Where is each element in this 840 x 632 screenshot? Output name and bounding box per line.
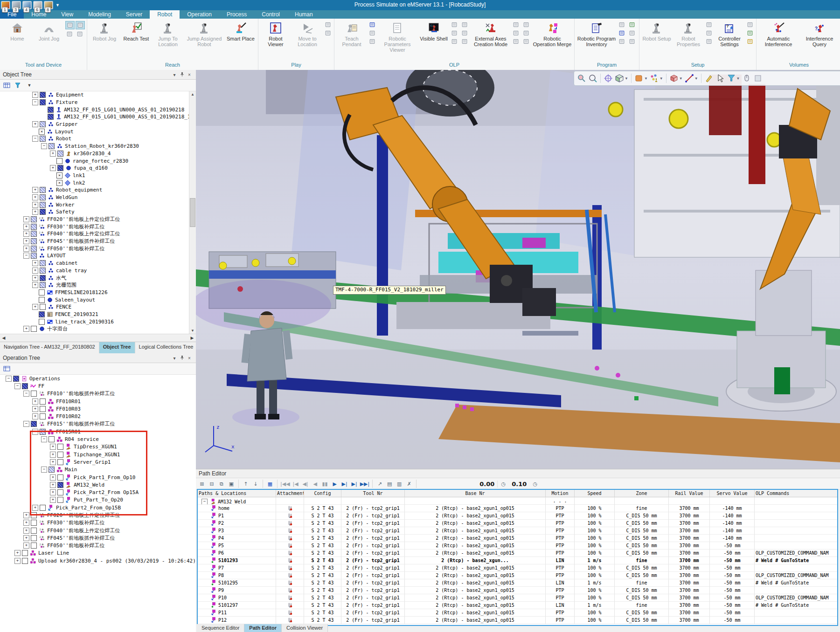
expander-icon[interactable]: +	[23, 224, 29, 230]
zoom-in-icon[interactable]	[577, 74, 586, 83]
expander-icon[interactable]: +	[50, 165, 56, 171]
expander-icon[interactable]: +	[23, 543, 29, 549]
tree-item[interactable]: + FENCE	[0, 303, 196, 311]
ribbon-button-home[interactable]: Home	[2, 20, 33, 48]
path-editor-row[interactable]: P11S 2 T 432 (Fr) - tcp2_grip12 (Rtcp) -…	[198, 609, 837, 617]
checkbox[interactable]	[31, 253, 37, 259]
path-editor-row[interactable]: P5S 2 T 432 (Fr) - tcp2_grip12 (Rtcp) - …	[198, 542, 837, 550]
pin-icon[interactable]	[178, 72, 186, 78]
zoom-area-icon[interactable]	[588, 74, 597, 83]
expander-icon[interactable]: +	[50, 482, 56, 488]
copy-location-button[interactable]: ⧉	[217, 480, 226, 488]
tree-item[interactable]: FENCE_20190321	[0, 311, 196, 318]
checkbox[interactable]: ×	[56, 172, 62, 179]
tree-tab-object-tree[interactable]: Object Tree	[99, 342, 135, 353]
column-header[interactable]: Paths & Locations	[198, 490, 276, 497]
checkbox[interactable]	[22, 383, 28, 389]
checkbox[interactable]	[40, 187, 46, 193]
checkbox[interactable]	[31, 216, 37, 222]
location-name-cell[interactable]: 5101293	[198, 557, 276, 564]
tree-item[interactable]: AM132_FF_015_LG01_UN000_ASS_01_20190218	[0, 106, 196, 113]
tree-item[interactable]: AM132_FF_015_LG01_UN000_ASS_01_20190218_…	[0, 113, 196, 121]
ribbon-tab-process[interactable]: Process	[219, 10, 254, 19]
path-editor-row[interactable]: P4S 2 T 432 (Fr) - tcp2_grip12 (Rtcp) - …	[198, 535, 837, 542]
column-header[interactable]: Speed	[575, 490, 615, 497]
customize-columns-button[interactable]: ▦	[266, 480, 274, 488]
checkbox[interactable]: ×	[56, 180, 62, 186]
attach-robot-icon[interactable]	[65, 21, 75, 29]
expander-icon[interactable]: −	[32, 136, 38, 142]
expander-icon[interactable]: +	[50, 444, 56, 450]
checkbox[interactable]	[40, 202, 46, 208]
object-tree-vscrollbar[interactable]: ▲▼	[189, 91, 196, 334]
axes-c-icon[interactable]	[512, 29, 520, 37]
checkbox[interactable]	[40, 413, 46, 419]
tree-item[interactable]: − 2 FF010''前地板抓件补焊工位	[0, 390, 196, 398]
expander-icon[interactable]: +	[23, 326, 29, 332]
expander-icon[interactable]: +	[32, 268, 38, 274]
location-name-cell[interactable]: 5101297	[198, 602, 276, 609]
step-back-button[interactable]: |◀	[292, 480, 300, 488]
location-name-cell[interactable]: 5101295	[198, 579, 276, 587]
ribbon-button-robot-properties[interactable]: Robot Properties	[673, 20, 704, 48]
checkbox[interactable]	[31, 512, 37, 518]
ribbon-button-interference-query[interactable]: ? Interference Query	[799, 20, 840, 48]
expander-icon[interactable]: +	[32, 505, 38, 511]
jump-back-icon[interactable]	[324, 29, 332, 37]
checkbox[interactable]	[39, 319, 45, 325]
expander-icon[interactable]: +	[23, 520, 29, 526]
expander-icon[interactable]: +	[32, 92, 38, 98]
axes-a-icon[interactable]	[512, 21, 520, 28]
move-down-button[interactable]: ↓	[251, 480, 260, 488]
interpolate-button[interactable]: ▥	[395, 480, 403, 488]
tree-item[interactable]: + Gripper	[0, 121, 196, 128]
checkbox[interactable]	[48, 107, 54, 113]
checkbox[interactable]	[31, 238, 37, 244]
expander-icon[interactable]: +	[23, 246, 29, 252]
checkbox[interactable]	[13, 376, 19, 382]
expander-icon[interactable]: +	[23, 512, 29, 518]
tree-item[interactable]: + kr360r2830_4	[0, 150, 196, 158]
expander-icon[interactable]: −	[201, 499, 208, 505]
measure-icon[interactable]: ▼	[685, 74, 698, 83]
checkbox[interactable]	[22, 558, 28, 564]
checkbox[interactable]	[40, 268, 46, 274]
mount-tool-icon[interactable]	[65, 30, 74, 38]
axes-f-icon[interactable]	[522, 38, 530, 45]
tree-grid-icon[interactable]	[3, 82, 11, 89]
tree-item[interactable]: + Pick_Part2_From Op15A	[0, 488, 196, 496]
path-editor-row[interactable]: 5101293S 2 T 432 (Fr) - tcp2_grip12 (Rtc…	[198, 557, 837, 564]
dropdown-chevron[interactable]: ▼	[25, 82, 34, 89]
expander-icon[interactable]: +	[32, 413, 38, 419]
tree-item[interactable]: + Put_Part_To_Op20	[0, 496, 196, 504]
prog-dl-icon[interactable]	[618, 38, 626, 45]
markup-icon[interactable]	[704, 74, 714, 83]
expander-icon[interactable]: +	[32, 406, 38, 412]
checkbox[interactable]	[31, 224, 37, 230]
checkbox[interactable]	[31, 326, 37, 332]
expander-icon[interactable]: +	[32, 260, 38, 266]
clock-icon[interactable]: ◷	[531, 480, 539, 488]
olp-b-icon[interactable]	[460, 21, 469, 28]
tree-item[interactable]: + WeldGun	[0, 194, 196, 201]
tree-grid-icon[interactable]	[3, 365, 11, 372]
checkbox[interactable]	[57, 497, 63, 503]
pendant-x-icon[interactable]	[368, 29, 376, 37]
checkbox[interactable]	[40, 398, 46, 405]
location-name-cell[interactable]: P1	[198, 512, 276, 520]
olp-f-icon[interactable]	[460, 38, 469, 45]
expander-icon[interactable]: +	[32, 202, 38, 208]
tree-item[interactable]: + 2 FF030''前地板补焊工位	[0, 519, 196, 527]
appearance-icon[interactable]: ▼	[650, 74, 663, 83]
expander-icon[interactable]: −	[32, 99, 38, 105]
path-editor-row[interactable]: − AM132_Weld. . .	[198, 497, 837, 505]
checkbox[interactable]	[48, 114, 54, 120]
tree-item[interactable]: + 水气	[0, 274, 196, 282]
prog-r-icon[interactable]	[618, 29, 626, 37]
column-header[interactable]: Base Nr	[405, 490, 546, 497]
move-up-button[interactable]: ↑	[242, 480, 250, 488]
tree-item[interactable]: + 2 FF045''前地板抓件补焊工位	[0, 238, 196, 245]
ribbon-tab-human[interactable]: Human	[287, 10, 320, 19]
solid-display-icon[interactable]: ▼	[634, 74, 648, 83]
filter-icon[interactable]: ▼	[727, 74, 740, 83]
